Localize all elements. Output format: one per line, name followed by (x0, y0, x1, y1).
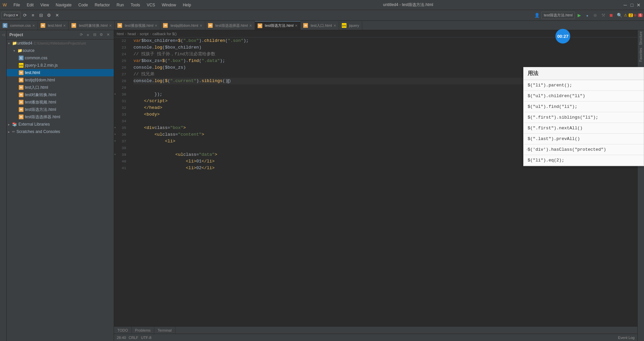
toolbar-settings-btn[interactable]: ⚙ (45, 12, 53, 19)
tab-terminal[interactable]: Terminal (154, 327, 175, 334)
tab-close-common-css[interactable]: ✕ (32, 24, 35, 27)
favorites-label[interactable]: Favorites (638, 47, 643, 63)
tree-item-filter-method[interactable]: H test筛选方法.html (7, 106, 114, 113)
tab-close-video[interactable]: ✕ (155, 24, 157, 27)
line-num-32: 32 (114, 105, 128, 111)
tab-jq-dom[interactable]: H testjq转dom.html ✕ (160, 21, 205, 30)
tree-item-jquery-js[interactable]: 101 jquery-1.8.2.min.js (7, 62, 114, 69)
search-button[interactable]: 🔍 (616, 12, 623, 19)
coverage-button[interactable]: ⊕ (592, 12, 599, 19)
line-num-22: 22 (114, 38, 128, 44)
menu-tools[interactable]: Tools (128, 2, 143, 8)
usage-item-5[interactable]: $(".last").prevAll() (524, 134, 644, 144)
tab-problems[interactable]: Problems (132, 327, 154, 334)
tab-close-filter-method[interactable]: ✕ (295, 24, 298, 27)
panel-action-4[interactable]: ⚙ (98, 32, 104, 38)
tree-item-video[interactable]: H test播放视频.html (7, 98, 114, 106)
timer-circle[interactable]: 00:27 (555, 29, 570, 44)
status-left: 28:40 CRLF UTF-8 (117, 336, 151, 340)
tree-item-external[interactable]: ▸ 📚 External Libraries (7, 121, 114, 128)
js-icon-tree: 101 (19, 63, 23, 68)
tab-test-html[interactable]: H test.html ✕ (38, 21, 69, 30)
toolbar-close-panel-btn[interactable]: ✕ (53, 12, 61, 19)
file-test-html: test.html (25, 70, 40, 75)
menu-run[interactable]: Run (114, 2, 127, 8)
minimize-button[interactable]: ─ (623, 2, 628, 8)
tab-video[interactable]: H test播放视频.html ✕ (115, 21, 161, 30)
usage-item-3[interactable]: $(".first").siblings("li"); (524, 112, 644, 123)
structure-label[interactable]: Structure (638, 30, 643, 47)
panel-action-3[interactable]: ⊟ (92, 32, 98, 38)
line-num-31: 31 (114, 98, 128, 105)
menu-file[interactable]: File (11, 2, 22, 8)
usage-item-2[interactable]: $("ul").find("li"); (524, 101, 644, 112)
menu-code[interactable]: Code (75, 2, 91, 8)
usage-item-1[interactable]: $("ul").children("li") (524, 91, 644, 101)
status-charset[interactable]: UTF-8 (141, 336, 151, 340)
tree-item-scratches[interactable]: ▸ ✏ Scratches and Consoles (7, 128, 114, 135)
toolbar-sync-btn[interactable]: ⟳ (21, 12, 29, 19)
menu-window[interactable]: Window (159, 2, 179, 8)
errors-indicator[interactable]: ⊗ (634, 13, 637, 17)
tab-object[interactable]: H test对象转换.html ✕ (69, 21, 115, 30)
tab-jquery[interactable]: 101 jquery (339, 21, 362, 30)
run-button[interactable]: ▶ (576, 12, 583, 19)
build-button[interactable]: ⚒ (600, 12, 607, 19)
tree-item-object[interactable]: H test对象转换.html (7, 91, 114, 98)
breadcrumb-html[interactable]: html (117, 32, 124, 36)
breadcrumb-callback[interactable]: callback for $() (153, 32, 177, 36)
tab-common-css[interactable]: C common.css ✕ (0, 21, 38, 30)
app-icon: W (3, 2, 7, 7)
tree-item-common-css[interactable]: C common.css (7, 54, 114, 62)
tree-item-entry[interactable]: H test入口.html (7, 84, 114, 91)
stop-button[interactable]: ⏹ (608, 12, 615, 19)
user-icon[interactable]: 👤 (533, 12, 541, 19)
panel-action-1[interactable]: ⟳ (78, 32, 84, 38)
html-file-icon-7: H (303, 23, 308, 28)
sidebar-toggle-btn[interactable]: ◁ (0, 31, 6, 38)
project-dropdown[interactable]: Project ▾ (1, 12, 20, 19)
toolbar-sort-btn[interactable]: ≡ (29, 12, 37, 19)
tree-item-test-html[interactable]: H test.html (7, 69, 114, 76)
panel-action-2[interactable]: ≡ (85, 32, 91, 38)
tab-filter-selector[interactable]: H test筛选选择器.html ✕ (205, 21, 255, 30)
tab-close-jq-dom[interactable]: ✕ (200, 24, 202, 27)
usage-item-7[interactable]: $("li").eq(2); (524, 155, 644, 166)
close-button[interactable]: ✕ (636, 2, 641, 8)
warnings-indicator[interactable]: ⚠ (624, 13, 627, 17)
js-file-icon: 101 (342, 23, 346, 28)
panel-close-btn[interactable]: ✕ (105, 32, 111, 38)
breadcrumb-script[interactable]: script (140, 32, 149, 36)
tab-close-test-html[interactable]: ✕ (63, 24, 66, 27)
tab-close-object[interactable]: ✕ (109, 24, 112, 27)
menu-view[interactable]: View (38, 2, 52, 8)
maximize-button[interactable]: □ (629, 2, 635, 8)
tree-item-jqdom[interactable]: H testjq转dom.html (7, 76, 114, 84)
tab-filter-method[interactable]: H test筛选方法.html ✕ (255, 21, 301, 30)
run-config-dropdown[interactable]: test筛选方法.html (541, 12, 575, 19)
usage-item-0[interactable]: $("li").parent(); (524, 80, 644, 91)
menu-edit[interactable]: Edit (24, 2, 37, 8)
tab-entry[interactable]: H test入口.html ✕ (301, 21, 339, 30)
tab-todo[interactable]: TODO (114, 327, 132, 334)
editor-tabs: C common.css ✕ H test.html ✕ H test对象转换.… (0, 21, 644, 30)
event-log-link[interactable]: Event Log (618, 336, 635, 340)
css-icon-tree: C (19, 56, 23, 60)
tree-item-filter-selector[interactable]: H test筛选选择器.html (7, 113, 114, 121)
tab-close-entry[interactable]: ✕ (333, 24, 336, 27)
toolbar-left: Project ▾ ⟳ ≡ ⊟ ⚙ ✕ (1, 12, 61, 19)
menu-navigate[interactable]: Navigate (53, 2, 74, 8)
debug-button[interactable]: ⬥ (584, 12, 591, 19)
tab-close-filter-selector[interactable]: ✕ (249, 24, 252, 27)
project-path: C:\Users\LH\WebstormProjects\unt (34, 42, 86, 45)
usage-item-4[interactable]: $(".first").nextAll() (524, 123, 644, 134)
tree-item-source[interactable]: ▾ 📁 source (7, 47, 114, 54)
menu-refactor[interactable]: Refactor (92, 2, 112, 8)
usage-item-6[interactable]: $('div').hasClass("protected") (524, 144, 644, 155)
breadcrumb-head[interactable]: head (127, 32, 136, 36)
menu-help[interactable]: Help (180, 2, 194, 8)
menu-vcs[interactable]: VCS (144, 2, 158, 8)
tree-item-project[interactable]: ▾ 📁 untitled4 C:\Users\LH\WebstormProjec… (7, 40, 114, 47)
status-crlf[interactable]: CRLF (129, 336, 139, 340)
toolbar-collapse-btn[interactable]: ⊟ (37, 12, 45, 19)
